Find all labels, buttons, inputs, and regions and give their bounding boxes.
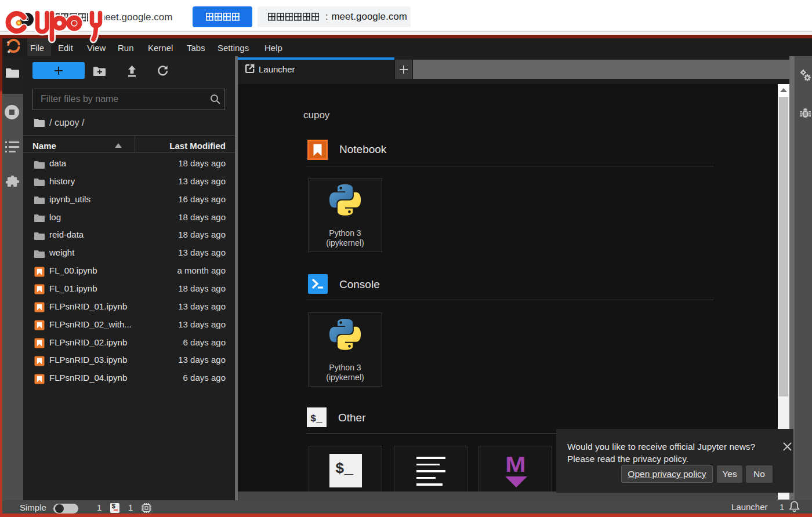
svg-text:$_: $_	[310, 413, 322, 424]
